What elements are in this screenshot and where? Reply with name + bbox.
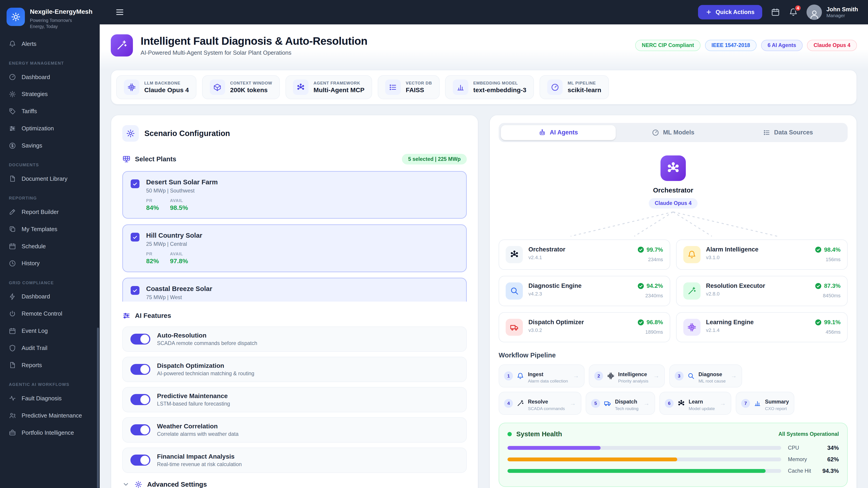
- sidebar-item-label: Dashboard: [22, 74, 50, 80]
- sidebar-section-agentic-ai: AGENTIC AI WORKFLOWS: [0, 374, 100, 390]
- toggle-on[interactable]: [130, 424, 150, 435]
- agent-card-dispatch-optimizer[interactable]: Dispatch Optimizerv3.0.2 96.8%1890ms: [499, 312, 670, 343]
- chevron-down-icon: [122, 481, 129, 488]
- tab-data-sources[interactable]: Data Sources: [731, 125, 845, 140]
- sidebar-section-documents: DOCUMENTS: [0, 154, 100, 170]
- dollar-icon: [9, 142, 16, 149]
- agent-card-diagnostic-engine[interactable]: Diagnostic Enginev4.2.3 94.2%2340ms: [499, 276, 670, 306]
- sidebar-item-reports[interactable]: Reports: [0, 357, 100, 374]
- sidebar-item-report-builder[interactable]: Report Builder: [0, 203, 100, 221]
- checkbox-checked[interactable]: [131, 286, 140, 295]
- robot-icon: [539, 129, 546, 136]
- nodes-icon: [660, 156, 686, 181]
- stat-label: LLM BACKBONE: [144, 80, 189, 86]
- chart-icon: [453, 79, 468, 95]
- workflow-step-intelligence[interactable]: 2 IntelligencePriority analysis →: [589, 364, 665, 387]
- status-dot: [507, 432, 512, 436]
- feature-name: Weather Correlation: [157, 423, 239, 430]
- sidebar-item-label: Document Library: [22, 175, 67, 182]
- user-name: John Smith: [827, 6, 858, 13]
- sidebar-item-optimization[interactable]: Optimization: [0, 120, 100, 137]
- stat-value: Claude Opus 4: [144, 87, 189, 94]
- toggle-on[interactable]: [130, 394, 150, 405]
- stat-value: scikit-learn: [567, 87, 601, 94]
- quick-actions-button[interactable]: Quick Actions: [698, 5, 763, 19]
- sidebar-item-my-templates[interactable]: My Templates: [0, 221, 100, 238]
- sidebar-item-strategies[interactable]: Strategies: [0, 86, 100, 103]
- metric-label: Memory: [788, 456, 811, 463]
- workflow-step-ingest[interactable]: 1 IngestAlarm data collection →: [499, 364, 585, 387]
- sidebar-item-schedule[interactable]: Schedule: [0, 238, 100, 255]
- sidebar-item-history[interactable]: History: [0, 255, 100, 272]
- user-role: Manager: [827, 13, 858, 18]
- bolt-icon: [9, 293, 16, 300]
- sidebar-item-tariffs[interactable]: Tariffs: [0, 103, 100, 120]
- system-health-card: System Health All Systems Operational CP…: [499, 423, 848, 487]
- connector-lines: [499, 211, 848, 237]
- user-menu[interactable]: John Smith Manager: [807, 4, 858, 20]
- stat-value: text-embedding-3: [473, 87, 526, 94]
- feature-weather-correlation: Weather CorrelationCorrelate alarms with…: [122, 417, 467, 443]
- sidebar-item-portfolio-intelligence[interactable]: Portfolio Intelligence: [0, 424, 100, 441]
- sidebar-item-dashboard[interactable]: Dashboard: [0, 68, 100, 86]
- toggle-on[interactable]: [130, 334, 150, 345]
- step-name: Summary: [765, 399, 789, 404]
- calendar-button[interactable]: [771, 8, 780, 17]
- notifications-button[interactable]: 4: [789, 8, 798, 17]
- checkbox-checked[interactable]: [131, 233, 140, 241]
- agent-card-orchestrator[interactable]: Orchestratorv2.4.1 99.7%234ms: [499, 239, 670, 270]
- stat-label: AGENT FRAMEWORK: [313, 80, 364, 86]
- sidebar-item-savings[interactable]: Savings: [0, 137, 100, 154]
- sidebar-item-predictive-maintenance[interactable]: Predictive Maintenance: [0, 407, 100, 424]
- sidebar-item-grid-dashboard[interactable]: Dashboard: [0, 288, 100, 305]
- progress-fill: [507, 457, 677, 461]
- sidebar-scrollbar[interactable]: [97, 328, 99, 488]
- workflow-step-learn[interactable]: 6 LearnModel update →: [659, 392, 731, 415]
- gauge-icon: [547, 79, 563, 95]
- feature-auto-resolution: Auto-ResolutionSCADA remote commands bef…: [122, 326, 467, 352]
- metric-label: CPU: [788, 445, 811, 451]
- tab-label: ML Models: [663, 129, 694, 136]
- checkbox-checked[interactable]: [131, 180, 140, 188]
- agent-card-resolution-executor[interactable]: Resolution Executorv2.8.0 87.3%8450ms: [676, 276, 847, 306]
- sidebar-item-event-log[interactable]: Event Log: [0, 322, 100, 339]
- agent-version: v2.4.1: [528, 255, 565, 260]
- sidebar-item-remote-control[interactable]: Remote Control: [0, 305, 100, 322]
- pr-value: 84%: [146, 204, 159, 212]
- toggle-on[interactable]: [130, 364, 150, 375]
- tab-ai-agents[interactable]: AI Agents: [501, 125, 616, 140]
- orchestrator-node: Orchestrator Claude Opus 4: [499, 156, 848, 208]
- sidebar-item-fault-diagnosis[interactable]: Fault Diagnosis: [0, 390, 100, 407]
- toggle-on[interactable]: [130, 455, 150, 466]
- agent-name: Resolution Executor: [706, 283, 765, 289]
- sidebar-item-alerts[interactable]: Alerts: [0, 35, 100, 53]
- advanced-settings-toggle[interactable]: Advanced Settings: [122, 481, 467, 488]
- workflow-step-diagnose[interactable]: 3 DiagnoseML root cause →: [669, 364, 742, 387]
- agent-uptime: 94.2%: [647, 283, 663, 289]
- workflow-step-dispatch[interactable]: 5 DispatchTech routing →: [586, 392, 655, 415]
- menu-icon[interactable]: [115, 7, 125, 17]
- brand[interactable]: Nexgile-EnergyMesh Powering Tomorrow'sEn…: [0, 0, 100, 35]
- sidebar-item-document-library[interactable]: Document Library: [0, 170, 100, 187]
- plant-card-desert-sun[interactable]: Desert Sun Solar Farm 50 MWp | Southwest…: [122, 171, 467, 219]
- workflow-step-summary[interactable]: 7 SummaryCXO report: [736, 392, 794, 415]
- feature-name: Financial Impact Analysis: [157, 453, 242, 460]
- avatar: [807, 4, 822, 20]
- agent-card-alarm-intelligence[interactable]: Alarm Intelligencev3.1.0 98.4%156ms: [676, 239, 847, 270]
- sidebar-item-audit-trail[interactable]: Audit Trail: [0, 339, 100, 357]
- bell-icon: [517, 372, 524, 380]
- avail-label: AVAIL: [170, 252, 188, 256]
- agent-latency: 8450ms: [815, 293, 841, 299]
- workflow-step-resolve[interactable]: 4 ResolveSCADA commands →: [499, 392, 581, 415]
- stat-label: CONTEXT WINDOW: [230, 80, 272, 86]
- agent-name: Diagnostic Engine: [528, 283, 582, 289]
- badge-model: Claude Opus 4: [807, 40, 857, 51]
- agent-name: Alarm Intelligence: [706, 246, 758, 253]
- plant-card-hill-country[interactable]: Hill Country Solar 25 MWp | Central PR82…: [122, 224, 467, 272]
- step-desc: Alarm data collection: [528, 379, 568, 384]
- tab-ml-models[interactable]: ML Models: [616, 125, 731, 140]
- plant-card-coastal-breeze[interactable]: Coastal Breeze Solar 75 MWp | West: [122, 278, 467, 302]
- document-icon: [9, 361, 16, 369]
- plant-list[interactable]: Desert Sun Solar Farm 50 MWp | Southwest…: [122, 171, 467, 302]
- agent-card-learning-engine[interactable]: Learning Enginev2.1.4 99.1%456ms: [676, 312, 847, 343]
